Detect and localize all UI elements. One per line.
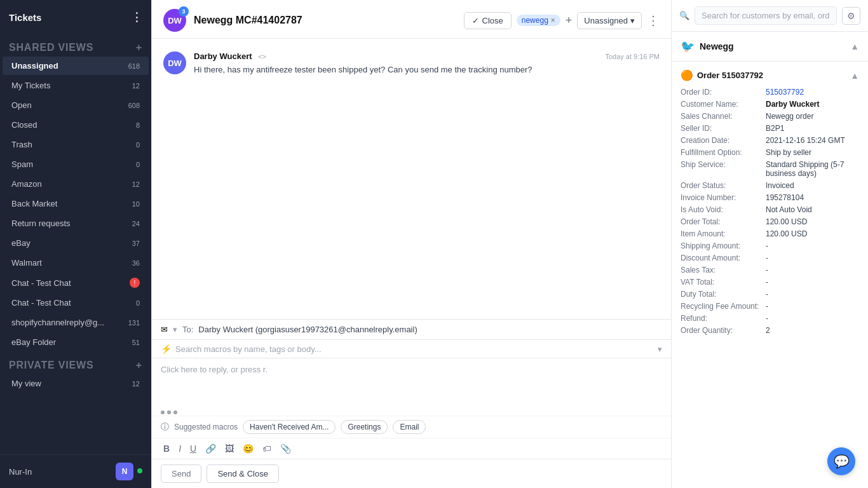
order-field-key: Seller ID: <box>681 124 763 133</box>
variable-button[interactable]: 🏷 <box>260 442 274 455</box>
sidebar-item-back-market[interactable]: Back Market 10 <box>3 194 149 213</box>
order-field-key: Fulfillment Option: <box>681 148 763 157</box>
add-shared-view-icon[interactable]: + <box>136 42 142 53</box>
order-field-value: Standard Shipping (5-7 business days) <box>766 160 859 178</box>
order-field-key: VAT Total: <box>681 278 763 287</box>
sidebar-item-ebay-folder[interactable]: eBay Folder 51 <box>3 333 149 351</box>
order-field-key: Order ID: <box>681 88 763 97</box>
order-field-value: 2 <box>766 326 770 335</box>
emoji-button[interactable]: 😊 <box>240 442 256 455</box>
image-button[interactable]: 🖼 <box>222 442 236 455</box>
ticket-header: DW 3 Newegg MC#41402787 ✓ Close newegg ×… <box>152 0 671 39</box>
link-button[interactable]: 🔗 <box>203 442 219 455</box>
ticket-title: Newegg MC#41402787 <box>194 15 302 26</box>
send-button[interactable]: Send <box>161 464 201 483</box>
order-field-value: 195278104 <box>766 193 804 202</box>
sidebar-item-ebay[interactable]: eBay 37 <box>3 234 149 252</box>
ellipsis-dot-2 <box>167 410 171 414</box>
reply-to-row: ✉ ▾ To: Darby Wuckert (gorgiasuser199732… <box>152 320 671 340</box>
customer-brand-icon: 🐦 <box>681 39 695 53</box>
order-field-key: Order Total: <box>681 217 763 226</box>
order-field-value: Ship by seller <box>766 148 811 157</box>
sidebar-item-open[interactable]: Open 608 <box>3 96 149 114</box>
sidebar-item-closed[interactable]: Closed 8 <box>3 116 149 134</box>
remove-tag-icon[interactable]: × <box>551 16 555 25</box>
macro-btn-1[interactable]: Greetings <box>341 420 388 434</box>
message-sender: Darby Wuckert <box>194 51 252 61</box>
order-field-key: Is Auto Void: <box>681 205 763 214</box>
info-icon: ⓘ <box>161 421 169 433</box>
ellipsis-dot-3 <box>173 410 177 414</box>
email-icon: ✉ <box>161 325 168 334</box>
settings-button[interactable]: ⚙ <box>842 7 860 25</box>
macro-btn-2[interactable]: Email <box>393 420 426 434</box>
user-avatar[interactable]: N <box>116 463 133 480</box>
add-tag-button[interactable]: + <box>566 14 573 27</box>
order-icon: 🟠 <box>681 69 693 81</box>
order-field-row: Sales Tax:- <box>681 266 859 274</box>
underline-button[interactable]: U <box>187 442 199 455</box>
order-field-key: Ship Service: <box>681 160 763 169</box>
collapse-customer-button[interactable]: ▲ <box>850 41 859 51</box>
order-field-value: - <box>766 314 768 323</box>
order-field-key: Recycling Fee Amount: <box>681 302 763 311</box>
reply-type-chevron[interactable]: ▾ <box>173 325 177 334</box>
sidebar-item-my-tickets[interactable]: My Tickets 12 <box>3 76 149 95</box>
sidebar-item-spam[interactable]: Spam 0 <box>3 155 149 173</box>
online-indicator <box>137 468 142 473</box>
order-field-row: Order ID:515037792 <box>681 88 859 97</box>
chat-support-bubble[interactable]: 💬 <box>827 447 855 475</box>
sidebar-item-unassigned[interactable]: Unassigned 618 <box>3 57 149 75</box>
order-field-key: Shipping Amount: <box>681 241 763 250</box>
sidebar-bottom: Nur-In N <box>0 454 151 488</box>
order-field-row: Duty Total:- <box>681 290 859 299</box>
close-ticket-button[interactable]: ✓ Close <box>464 12 512 29</box>
order-field-value: Not Auto Void <box>766 205 812 214</box>
sidebar-item-chat-test-2[interactable]: Chat - Test Chat 0 <box>3 294 149 312</box>
sidebar-item-return-requests[interactable]: Return requests 24 <box>3 214 149 233</box>
order-field-row: Creation Date:2021-12-16 15:24 GMT <box>681 136 859 145</box>
reply-box: ✉ ▾ To: Darby Wuckert (gorgiasuser199732… <box>152 319 671 488</box>
reply-editor[interactable]: Click here to reply, or press r. <box>152 358 671 409</box>
order-field-row: Order Quantity:2 <box>681 326 859 335</box>
order-field-row: Item Amount:120.00 USD <box>681 229 859 238</box>
order-title: Order 515037792 <box>697 71 763 80</box>
message-channel-icon: <> <box>258 53 266 60</box>
sidebar-item-my-view[interactable]: My view 12 <box>3 374 149 393</box>
suggested-macros-row: ⓘ Suggested macros Haven't Received Am..… <box>152 416 671 438</box>
customer-search-input[interactable] <box>695 6 837 25</box>
ticket-more-menu[interactable]: ⋮ <box>647 13 660 28</box>
sidebar: Tickets ⋮ SHARED VIEWS + Unassigned 618 … <box>0 0 151 488</box>
order-field-row: Order Total:120.00 USD <box>681 217 859 226</box>
add-private-view-icon[interactable]: + <box>136 360 142 371</box>
sidebar-item-amazon[interactable]: Amazon 12 <box>3 175 149 193</box>
sidebar-menu-icon[interactable]: ⋮ <box>131 10 142 24</box>
italic-button[interactable]: I <box>176 442 184 455</box>
order-field-value: 2021-12-16 15:24 GMT <box>766 136 845 145</box>
macro-search-input[interactable] <box>175 344 654 354</box>
collapse-order-button[interactable]: ▲ <box>850 71 859 81</box>
order-field-key: Item Amount: <box>681 229 763 238</box>
assign-button[interactable]: Unassigned ▾ <box>577 12 642 29</box>
sidebar-item-walmart[interactable]: Walmart 36 <box>3 254 149 272</box>
ellipsis-row <box>152 409 671 416</box>
order-field-key: Invoice Number: <box>681 193 763 202</box>
macro-btn-0[interactable]: Haven't Received Am... <box>243 420 336 434</box>
attachment-button[interactable]: 📎 <box>278 442 294 455</box>
macro-chevron-icon[interactable]: ▾ <box>658 344 662 354</box>
order-field-row: Sales Channel:Newegg order <box>681 112 859 121</box>
send-close-button[interactable]: Send & Close <box>207 464 279 483</box>
order-field-row: Customer Name:Darby Wuckert <box>681 100 859 109</box>
sidebar-item-shopify[interactable]: shopifychannelreply@g... 131 <box>3 313 149 332</box>
order-field-row: Invoice Number:195278104 <box>681 193 859 202</box>
order-field-key: Duty Total: <box>681 290 763 299</box>
reply-to-value: Darby Wuckert (gorgiasuser19973261@chann… <box>198 325 417 334</box>
order-field-value: Darby Wuckert <box>766 100 819 109</box>
sidebar-item-trash[interactable]: Trash 0 <box>3 135 149 154</box>
right-panel: 🔍 ⚙ 🐦 Newegg ▲ 🟠 Order 515037792 ▲ Order… <box>671 0 868 488</box>
ticket-avatar: DW 3 <box>163 9 186 32</box>
formatting-toolbar: B I U 🔗 🖼 😊 🏷 📎 <box>152 438 671 459</box>
bold-button[interactable]: B <box>161 442 172 455</box>
order-field-row: Discount Amount:- <box>681 254 859 262</box>
sidebar-item-chat-test-1[interactable]: Chat - Test Chat ! <box>3 273 149 292</box>
